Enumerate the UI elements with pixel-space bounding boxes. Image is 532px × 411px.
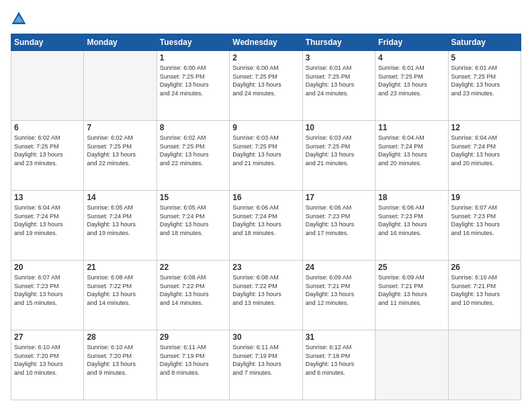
- calendar-cell: 10Sunrise: 6:03 AM Sunset: 7:25 PM Dayli…: [302, 121, 375, 191]
- day-info: Sunrise: 6:08 AM Sunset: 7:22 PM Dayligh…: [160, 273, 226, 307]
- day-number: 16: [232, 193, 299, 202]
- day-info: Sunrise: 6:01 AM Sunset: 7:25 PM Dayligh…: [306, 64, 372, 97]
- day-info: Sunrise: 6:02 AM Sunset: 7:25 PM Dayligh…: [14, 134, 81, 167]
- day-info: Sunrise: 6:03 AM Sunset: 7:25 PM Dayligh…: [306, 134, 372, 167]
- day-number: 27: [14, 332, 81, 342]
- day-info: Sunrise: 6:05 AM Sunset: 7:24 PM Dayligh…: [160, 203, 226, 237]
- day-info: Sunrise: 6:04 AM Sunset: 7:24 PM Dayligh…: [378, 134, 445, 167]
- day-info: Sunrise: 6:06 AM Sunset: 7:23 PM Dayligh…: [306, 203, 372, 237]
- day-info: Sunrise: 6:07 AM Sunset: 7:23 PM Dayligh…: [451, 203, 518, 237]
- calendar-cell: 9Sunrise: 6:03 AM Sunset: 7:25 PM Daylig…: [230, 121, 302, 191]
- calendar-cell: 21Sunrise: 6:08 AM Sunset: 7:22 PM Dayli…: [84, 261, 157, 330]
- day-info: Sunrise: 6:11 AM Sunset: 7:19 PM Dayligh…: [160, 343, 226, 377]
- day-info: Sunrise: 6:11 AM Sunset: 7:19 PM Dayligh…: [232, 343, 299, 377]
- week-row-2: 6Sunrise: 6:02 AM Sunset: 7:25 PM Daylig…: [11, 121, 521, 191]
- calendar-cell: 15Sunrise: 6:05 AM Sunset: 7:24 PM Dayli…: [157, 191, 229, 261]
- calendar-table: SundayMondayTuesdayWednesdayThursdayFrid…: [11, 34, 521, 400]
- day-info: Sunrise: 6:02 AM Sunset: 7:25 PM Dayligh…: [87, 134, 153, 167]
- day-info: Sunrise: 6:12 AM Sunset: 7:18 PM Dayligh…: [306, 343, 372, 377]
- day-number: 3: [306, 53, 372, 62]
- calendar-cell: 31Sunrise: 6:12 AM Sunset: 7:18 PM Dayli…: [302, 330, 375, 400]
- calendar-cell: 20Sunrise: 6:07 AM Sunset: 7:23 PM Dayli…: [11, 261, 84, 330]
- weekday-header-row: SundayMondayTuesdayWednesdayThursdayFrid…: [11, 34, 521, 51]
- calendar-cell: 1Sunrise: 6:00 AM Sunset: 7:25 PM Daylig…: [157, 51, 229, 121]
- calendar-cell: 13Sunrise: 6:04 AM Sunset: 7:24 PM Dayli…: [11, 191, 84, 261]
- day-number: 5: [451, 53, 518, 62]
- day-number: 1: [160, 53, 226, 62]
- day-number: 31: [306, 332, 372, 342]
- day-number: 18: [378, 193, 445, 202]
- day-info: Sunrise: 6:10 AM Sunset: 7:20 PM Dayligh…: [14, 343, 81, 377]
- day-number: 9: [232, 123, 299, 132]
- day-number: 26: [451, 263, 518, 272]
- calendar-cell: 4Sunrise: 6:01 AM Sunset: 7:25 PM Daylig…: [375, 51, 448, 121]
- day-number: 28: [87, 332, 153, 342]
- calendar-cell: 2Sunrise: 6:00 AM Sunset: 7:25 PM Daylig…: [230, 51, 302, 121]
- day-info: Sunrise: 6:08 AM Sunset: 7:22 PM Dayligh…: [232, 273, 299, 307]
- day-number: 17: [306, 193, 372, 202]
- calendar-cell: [84, 51, 157, 121]
- week-row-4: 20Sunrise: 6:07 AM Sunset: 7:23 PM Dayli…: [11, 261, 521, 330]
- weekday-header-tuesday: Tuesday: [157, 34, 229, 51]
- weekday-header-sunday: Sunday: [11, 34, 84, 51]
- calendar-cell: 16Sunrise: 6:06 AM Sunset: 7:24 PM Dayli…: [230, 191, 302, 261]
- calendar-cell: 3Sunrise: 6:01 AM Sunset: 7:25 PM Daylig…: [302, 51, 375, 121]
- day-number: 21: [87, 263, 153, 272]
- calendar-cell: 23Sunrise: 6:08 AM Sunset: 7:22 PM Dayli…: [230, 261, 302, 330]
- calendar-cell: 11Sunrise: 6:04 AM Sunset: 7:24 PM Dayli…: [375, 121, 448, 191]
- day-info: Sunrise: 6:10 AM Sunset: 7:21 PM Dayligh…: [451, 273, 518, 307]
- day-info: Sunrise: 6:04 AM Sunset: 7:24 PM Dayligh…: [14, 203, 81, 237]
- day-info: Sunrise: 6:09 AM Sunset: 7:21 PM Dayligh…: [378, 273, 445, 307]
- calendar-cell: 5Sunrise: 6:01 AM Sunset: 7:25 PM Daylig…: [448, 51, 521, 121]
- day-number: 24: [306, 263, 372, 272]
- day-number: 12: [451, 123, 518, 132]
- day-info: Sunrise: 6:05 AM Sunset: 7:24 PM Dayligh…: [87, 203, 153, 237]
- calendar-cell: [448, 330, 521, 400]
- day-number: 4: [378, 53, 445, 62]
- day-info: Sunrise: 6:06 AM Sunset: 7:24 PM Dayligh…: [232, 203, 299, 237]
- logo-icon: [11, 11, 27, 27]
- calendar-cell: 29Sunrise: 6:11 AM Sunset: 7:19 PM Dayli…: [157, 330, 229, 400]
- calendar-cell: 22Sunrise: 6:08 AM Sunset: 7:22 PM Dayli…: [157, 261, 229, 330]
- calendar-cell: 14Sunrise: 6:05 AM Sunset: 7:24 PM Dayli…: [84, 191, 157, 261]
- weekday-header-friday: Friday: [375, 34, 448, 51]
- calendar-cell: 26Sunrise: 6:10 AM Sunset: 7:21 PM Dayli…: [448, 261, 521, 330]
- day-number: 23: [232, 263, 299, 272]
- day-info: Sunrise: 6:00 AM Sunset: 7:25 PM Dayligh…: [160, 64, 226, 97]
- day-number: 7: [87, 123, 153, 132]
- day-number: 25: [378, 263, 445, 272]
- week-row-3: 13Sunrise: 6:04 AM Sunset: 7:24 PM Dayli…: [11, 191, 521, 261]
- day-info: Sunrise: 6:01 AM Sunset: 7:25 PM Dayligh…: [378, 64, 445, 97]
- day-info: Sunrise: 6:02 AM Sunset: 7:25 PM Dayligh…: [160, 134, 226, 167]
- day-number: 2: [232, 53, 299, 62]
- week-row-5: 27Sunrise: 6:10 AM Sunset: 7:20 PM Dayli…: [11, 330, 521, 400]
- calendar-cell: 28Sunrise: 6:10 AM Sunset: 7:20 PM Dayli…: [84, 330, 157, 400]
- weekday-header-wednesday: Wednesday: [230, 34, 302, 51]
- calendar-cell: 18Sunrise: 6:06 AM Sunset: 7:23 PM Dayli…: [375, 191, 448, 261]
- week-row-1: 1Sunrise: 6:00 AM Sunset: 7:25 PM Daylig…: [11, 51, 521, 121]
- calendar-cell: 7Sunrise: 6:02 AM Sunset: 7:25 PM Daylig…: [84, 121, 157, 191]
- day-info: Sunrise: 6:00 AM Sunset: 7:25 PM Dayligh…: [232, 64, 299, 97]
- weekday-header-thursday: Thursday: [302, 34, 375, 51]
- calendar-cell: 12Sunrise: 6:04 AM Sunset: 7:24 PM Dayli…: [448, 121, 521, 191]
- calendar-cell: 6Sunrise: 6:02 AM Sunset: 7:25 PM Daylig…: [11, 121, 84, 191]
- calendar-cell: 24Sunrise: 6:09 AM Sunset: 7:21 PM Dayli…: [302, 261, 375, 330]
- day-number: 6: [14, 123, 81, 132]
- day-info: Sunrise: 6:10 AM Sunset: 7:20 PM Dayligh…: [87, 343, 153, 377]
- calendar-cell: 8Sunrise: 6:02 AM Sunset: 7:25 PM Daylig…: [157, 121, 229, 191]
- logo: [11, 11, 30, 27]
- day-number: 19: [451, 193, 518, 202]
- day-info: Sunrise: 6:07 AM Sunset: 7:23 PM Dayligh…: [14, 273, 81, 307]
- day-number: 13: [14, 193, 81, 202]
- calendar-cell: 17Sunrise: 6:06 AM Sunset: 7:23 PM Dayli…: [302, 191, 375, 261]
- day-number: 14: [87, 193, 153, 202]
- calendar-cell: [375, 330, 448, 400]
- calendar-cell: 25Sunrise: 6:09 AM Sunset: 7:21 PM Dayli…: [375, 261, 448, 330]
- day-info: Sunrise: 6:01 AM Sunset: 7:25 PM Dayligh…: [451, 64, 518, 97]
- day-info: Sunrise: 6:09 AM Sunset: 7:21 PM Dayligh…: [306, 273, 372, 307]
- calendar-cell: 30Sunrise: 6:11 AM Sunset: 7:19 PM Dayli…: [230, 330, 302, 400]
- day-number: 29: [160, 332, 226, 342]
- day-info: Sunrise: 6:08 AM Sunset: 7:22 PM Dayligh…: [87, 273, 153, 307]
- weekday-header-saturday: Saturday: [448, 34, 521, 51]
- day-info: Sunrise: 6:04 AM Sunset: 7:24 PM Dayligh…: [451, 134, 518, 167]
